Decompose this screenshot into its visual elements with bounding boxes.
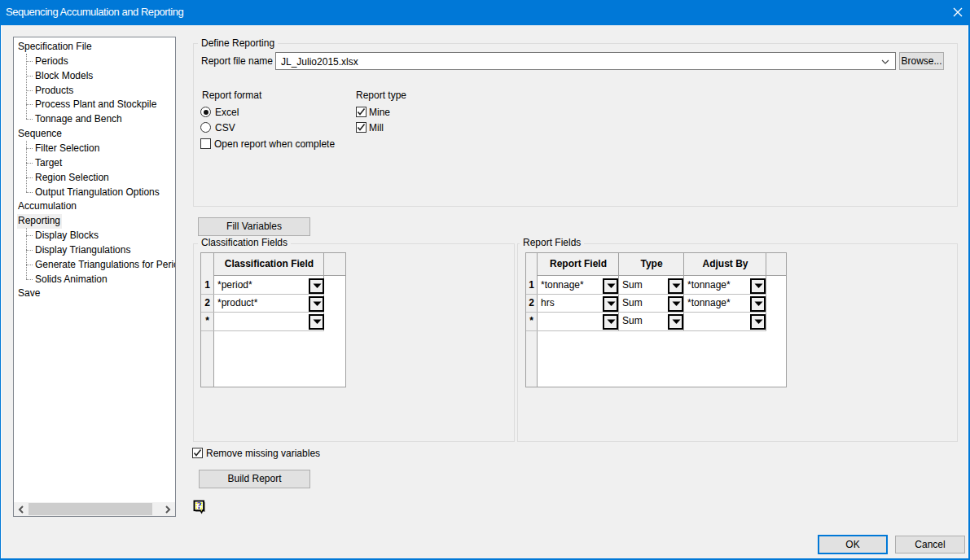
svg-text:?: ? [197,501,202,510]
